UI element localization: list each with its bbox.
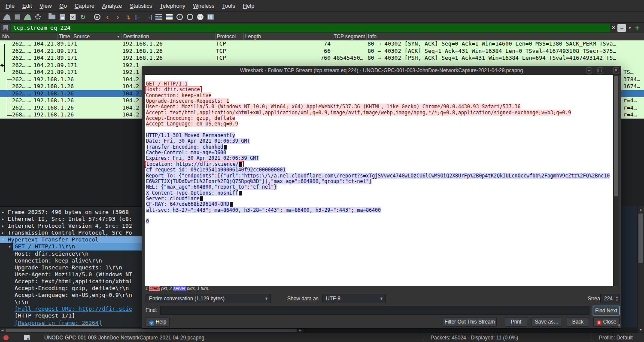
filter-dropdown-button[interactable]: ▾ [626,26,633,30]
stop-capture-icon[interactable] [12,12,22,22]
column-separator[interactable] [122,34,122,40]
go-back-icon[interactable]: ‹ [102,12,112,22]
close-icon[interactable]: × [613,67,619,73]
find-input[interactable] [160,306,590,315]
find-next-button[interactable]: Find Next [593,306,620,315]
expander-icon[interactable]: ▸ [2,209,4,216]
find-packet-icon[interactable]: A [92,12,102,22]
save-file-icon[interactable] [57,12,67,22]
capture-options-icon[interactable] [33,12,43,22]
menu-tools[interactable]: Tools [218,1,239,11]
restart-capture-icon[interactable] [22,12,33,22]
cell-destination: 104.2 [122,83,139,90]
print-button[interactable]: Print [505,317,527,327]
expander-icon[interactable]: ▸ [2,216,4,223]
menu-file[interactable]: File [2,1,18,11]
open-file-icon[interactable] [47,12,57,22]
scroll-up-icon[interactable]: ▲ [638,207,644,212]
save-as-button[interactable]: Save as… [532,317,562,327]
column-header-source[interactable]: Source [73,34,116,40]
help-button[interactable]: ?Help [146,317,170,327]
toolbar-separator [43,12,47,22]
close-file-icon[interactable]: × [67,12,78,22]
reload-file-icon[interactable]: ↻ [78,12,88,22]
expander-icon[interactable]: ▸ [9,243,11,250]
filter-clear-button[interactable]: ✕ [610,24,617,31]
column-separator[interactable] [332,34,332,40]
column-header-info[interactable]: Info [368,34,626,40]
stepper-arrows-icon[interactable]: ▲▼ [616,295,618,302]
column-header-protocol[interactable]: Protocol [217,34,242,40]
dialog-title[interactable]: Wireshark · Follow TCP Stream (tcp.strea… [142,66,621,75]
filter-out-stream-button[interactable]: Filter Out This Stream [443,317,497,327]
display-filter-input[interactable]: tcp.stream eq 224 [11,24,610,32]
details-vertical-scrollbar[interactable]: ▲ ▼ [637,206,644,333]
go-first-packet-icon[interactable]: |← [133,12,143,22]
column-header-no-[interactable]: No. [2,34,54,40]
column-header-length[interactable]: Length [245,34,329,40]
filter-add-button[interactable]: + [633,24,641,32]
scrollbar-thumb[interactable] [6,329,297,332]
expander-icon[interactable]: ▸ [2,229,4,236]
conversation-select[interactable]: Entire conversation (1,129 bytes) ▼ [146,294,271,303]
expander-icon[interactable]: ▸ [2,223,4,229]
packet-row[interactable]: 262……104.21.89.171192.168.1.26TCP6680 → … [0,48,644,55]
packet-row[interactable]: 262……104.21.89.171192.168.1.26TCP7480 → … [0,40,644,48]
column-header-tcp-segment-data[interactable]: TCP segment data [334,34,365,40]
statusbar-divider [592,334,592,341]
resize-grip[interactable] [616,324,620,327]
menu-statistics[interactable]: Statistics [126,1,156,11]
scroll-left-icon[interactable]: ◀ [0,328,5,333]
go-to-packet-icon[interactable]: ↴ [123,12,133,22]
packet-row[interactable]: 262……104.21.89.171192.168.1.26TCP7604854… [0,55,644,62]
cell-destination: 192.168.1.26 [122,40,163,48]
expert-info-icon[interactable] [24,335,30,340]
column-separator[interactable] [215,34,216,40]
column-separator[interactable] [366,34,367,40]
column-separator[interactable] [243,34,244,40]
minimize-icon[interactable]: – [586,67,592,73]
close-button[interactable]: ✕Close [593,317,620,327]
zoom-in-icon[interactable]: + [174,12,185,22]
go-forward-icon[interactable]: › [112,12,123,22]
menu-telephony[interactable]: Telephony [156,1,189,11]
maximize-icon[interactable]: ▢ [597,67,603,73]
resize-columns-icon[interactable] [205,12,216,22]
menu-help[interactable]: Help [239,1,258,11]
cell-length: 74 [244,40,331,48]
menu-capture[interactable]: Capture [71,1,98,11]
menu-go[interactable]: Go [55,1,70,11]
stream-text: Server: cloudflare [146,195,200,202]
column-separator[interactable] [57,34,58,40]
auto-scroll-icon[interactable] [154,12,164,22]
start-capture-icon[interactable] [2,12,12,22]
menu-edit[interactable]: Edit [18,1,36,11]
colorize-packets-icon[interactable] [164,12,174,22]
stream-content[interactable]: GET / HTTP/1.1Host: dfir.scienceConnecti… [145,75,613,286]
menu-wireless[interactable]: Wireless [189,1,219,11]
stream-line-server: CF-RAY: 647cde668b296140-ORD [146,202,613,207]
back-button[interactable]: Back [567,317,589,327]
menu-view[interactable]: View [36,1,55,11]
show-data-as-select[interactable]: UTF-8 ▼ [322,294,386,303]
scroll-down-icon[interactable]: ▼ [638,327,644,333]
scrollbar-thumb[interactable] [614,76,618,196]
column-header-time[interactable]: Time [59,34,71,40]
expander-icon[interactable]: ▾ [2,236,4,243]
scroll-right-icon[interactable]: ▶ [298,328,303,333]
cell-source: 104.21.89.171 [33,48,77,55]
zoom-out-icon[interactable]: − [185,12,195,22]
zoom-100-icon[interactable]: 1:1 [195,12,205,22]
stream-vertical-scrollbar[interactable] [613,75,619,286]
stream-line-server: HTTP/1.1 301 Moved Permanently [146,133,613,138]
menu-analyze[interactable]: Analyze [98,1,126,11]
go-last-packet-icon[interactable]: →| [143,12,154,22]
column-separator[interactable] [72,34,72,40]
scrollbar-thumb[interactable] [638,214,643,263]
column-header-destination[interactable]: Destination [123,34,211,40]
stream-number-stepper[interactable]: 224 ▲▼ [600,294,620,303]
filter-apply-button[interactable]: → [617,24,626,32]
filter-bookmark-button[interactable] [1,24,10,32]
statusbar-profile[interactable]: Profile: Default [599,335,633,341]
cell-length: 760 [244,55,331,62]
